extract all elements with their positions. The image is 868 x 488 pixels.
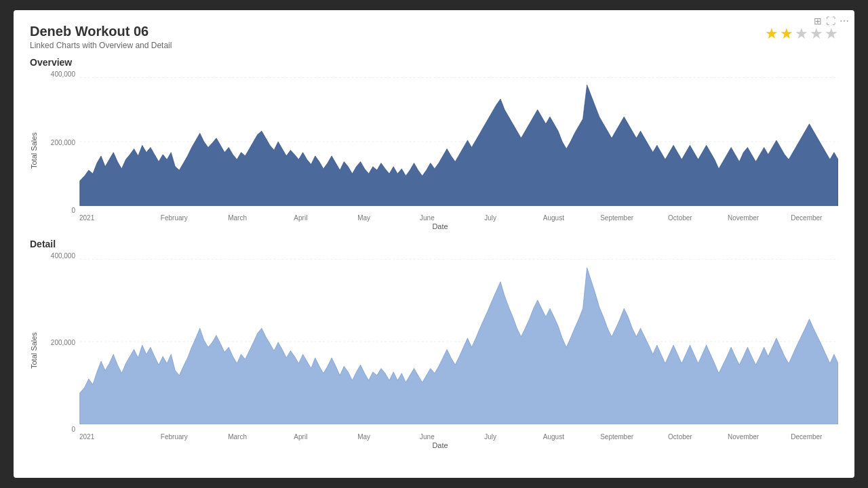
detail-y-axis-title: Total Sales — [30, 252, 42, 449]
overview-x-jun: June — [395, 214, 458, 222]
menu-icon[interactable]: ⋯ — [840, 16, 849, 26]
title-block: Deneb Workout 06 Linked Charts with Over… — [30, 24, 172, 50]
detail-x-feb: February — [142, 433, 205, 441]
overview-x-labels: 2021 February March April May June July … — [79, 214, 838, 222]
overview-label: Overview — [30, 57, 838, 68]
overview-x-sep: September — [585, 214, 648, 222]
fullscreen-icon[interactable]: ⛶ — [826, 16, 835, 26]
detail-chart-container: Detail Total Sales 400,000 200,000 0 — [30, 239, 838, 449]
detail-x-aug: August — [522, 433, 585, 441]
overview-x-aug: August — [522, 214, 585, 222]
overview-y-axis: 400,000 200,000 0 — [42, 70, 79, 214]
header: Deneb Workout 06 Linked Charts with Over… — [30, 24, 838, 50]
overview-x-2021: 2021 — [79, 214, 142, 222]
overview-x-dec: December — [775, 214, 838, 222]
detail-x-title: Date — [42, 441, 838, 449]
overview-chart-area: Total Sales 400,000 200,000 0 202 — [30, 70, 838, 230]
overview-y-200k: 200,000 — [51, 139, 75, 146]
detail-y-0: 0 — [71, 426, 75, 433]
overview-svg — [42, 70, 838, 213]
overview-chart-container: Overview Total Sales 400,000 200,000 0 — [30, 57, 838, 230]
overview-x-feb: February — [142, 214, 205, 222]
detail-x-nov: November — [712, 433, 775, 441]
overview-x-apr: April — [269, 214, 332, 222]
detail-x-jul: July — [459, 433, 522, 441]
detail-x-2021: 2021 — [79, 433, 142, 441]
overview-x-oct: October — [648, 214, 711, 222]
star-1[interactable]: ★ — [765, 26, 778, 41]
detail-x-apr: April — [269, 433, 332, 441]
overview-x-may: May — [332, 214, 395, 222]
layout-icon[interactable]: ⊞ — [814, 16, 822, 26]
detail-x-jun: June — [395, 433, 458, 441]
overview-x-mar: March — [206, 214, 269, 222]
overview-y-axis-title: Total Sales — [30, 70, 42, 230]
overview-y-400k: 400,000 — [51, 70, 75, 78]
detail-chart-inner: 400,000 200,000 0 2021 February March — [42, 252, 838, 449]
main-container: ⊞ ⛶ ⋯ Deneb Workout 06 Linked Charts wit… — [14, 10, 854, 478]
detail-x-labels: 2021 February March April May June July … — [79, 433, 838, 441]
star-rating[interactable]: ★ ★ ★ ★ ★ — [765, 26, 838, 41]
overview-x-nov: November — [712, 214, 775, 222]
detail-chart-area: Total Sales 400,000 200,000 0 202 — [30, 252, 838, 449]
page-subtitle: Linked Charts with Overview and Detail — [30, 41, 172, 50]
detail-x-may: May — [332, 433, 395, 441]
detail-x-mar: March — [206, 433, 269, 441]
overview-x-jul: July — [459, 214, 522, 222]
star-4[interactable]: ★ — [810, 26, 823, 41]
detail-svg — [42, 252, 838, 432]
star-2[interactable]: ★ — [780, 26, 793, 41]
detail-x-dec: December — [775, 433, 838, 441]
overview-x-title: Date — [42, 222, 838, 230]
page-title: Deneb Workout 06 — [30, 24, 172, 39]
detail-y-200k: 200,000 — [51, 339, 75, 346]
overview-chart-inner: 400,000 200,000 0 2021 February March — [42, 70, 838, 230]
toolbar-icons: ⊞ ⛶ ⋯ — [814, 16, 849, 26]
overview-y-0: 0 — [71, 207, 75, 214]
detail-label: Detail — [30, 239, 838, 249]
star-3[interactable]: ★ — [795, 26, 808, 41]
star-5[interactable]: ★ — [825, 26, 838, 41]
detail-y-axis: 400,000 200,000 0 — [42, 252, 79, 433]
detail-x-oct: October — [648, 433, 711, 441]
detail-x-sep: September — [585, 433, 648, 441]
detail-y-400k: 400,000 — [51, 252, 75, 260]
